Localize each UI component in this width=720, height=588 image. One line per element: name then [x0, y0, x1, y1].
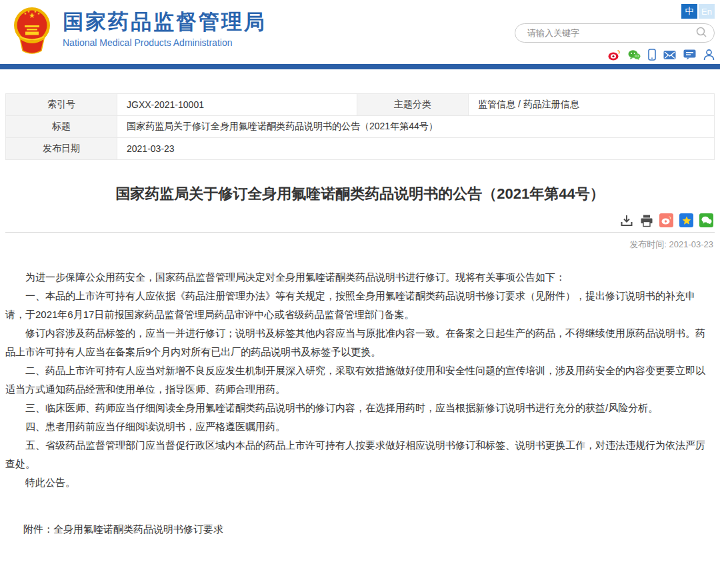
social-icon-row	[515, 49, 715, 61]
index-number-value: JGXX-2021-10001	[117, 94, 357, 116]
topic-category-label: 主题分类	[357, 94, 469, 116]
user-icon[interactable]	[703, 49, 715, 61]
attachment-link[interactable]: 附件：全身用氟喹诺酮类药品说明书修订要求	[5, 520, 715, 539]
page-title: 国家药监局关于修订全身用氟喹诺酮类药品说明书的公告（2021年第44号）	[27, 184, 693, 204]
paragraph: 为进一步保障公众用药安全，国家药品监督管理局决定对全身用氟喹诺酮类药品说明书进行…	[5, 268, 715, 287]
title-label: 标题	[6, 116, 117, 138]
search-input[interactable]	[526, 27, 695, 39]
paragraph: 二、药品上市许可持有人应当对新增不良反应发生机制开展深入研究，采取有效措施做好使…	[5, 361, 715, 399]
article-toolbar	[0, 213, 720, 227]
svg-text:★: ★	[27, 9, 31, 13]
lang-zh-button[interactable]: 中	[681, 4, 697, 19]
header-divider-bar	[0, 64, 720, 69]
search-icon[interactable]	[695, 26, 707, 41]
paragraph: 特此公告。	[5, 473, 715, 492]
paragraph: 一、本品的上市许可持有人应依据《药品注册管理办法》等有关规定，按照全身用氟喹诺酮…	[5, 287, 715, 324]
publish-date-label: 发布日期	[6, 138, 117, 160]
download-icon[interactable]	[619, 213, 633, 227]
paragraph: 四、患者用药前应当仔细阅读说明书，应严格遵医嘱用药。	[5, 417, 715, 436]
table-row: 发布日期 2021-03-23	[6, 138, 715, 160]
weibo-icon[interactable]	[608, 49, 621, 61]
lang-en-button[interactable]: En	[699, 4, 715, 19]
site-title-zh: 国家药品监督管理局	[63, 9, 267, 35]
title-value: 国家药监局关于修订全身用氟喹诺酮类药品说明书的公告（2021年第44号）	[117, 116, 715, 138]
paragraph: 三、临床医师、药师应当仔细阅读全身用氟喹诺酮类药品说明书的修订内容，在选择用药时…	[5, 399, 715, 417]
mobile-icon[interactable]	[648, 49, 656, 61]
print-icon[interactable]	[639, 213, 653, 227]
article-body: 为进一步保障公众用药安全，国家药品监督管理局决定对全身用氟喹诺酮类药品说明书进行…	[5, 268, 715, 588]
message-icon[interactable]	[683, 49, 696, 60]
national-emblem-logo: ★ ★ ★ ★ ★	[11, 7, 53, 56]
publish-time-value: 2021-03-23	[669, 239, 714, 249]
publish-time: 发布时间: 2021-03-23	[7, 239, 713, 251]
site-search[interactable]	[515, 23, 715, 43]
publish-date-value: 2021-03-23	[117, 138, 715, 160]
wechat-icon[interactable]	[628, 49, 641, 61]
paragraph: 修订内容涉及药品标签的，应当一并进行修订；说明书及标签其他内容应当与原批准内容一…	[5, 324, 715, 361]
document-info-table: 索引号 JGXX-2021-10001 主题分类 监管信息 / 药品注册信息 标…	[5, 93, 715, 160]
topic-category-value: 监管信息 / 药品注册信息	[469, 94, 715, 116]
language-toggle: 中 En	[515, 4, 715, 19]
paragraph: 五、省级药品监督管理部门应当督促行政区域内本品的药品上市许可持有人按要求做好相应…	[5, 436, 715, 473]
table-row: 标题 国家药监局关于修订全身用氟喹诺酮类药品说明书的公告（2021年第44号）	[6, 116, 715, 138]
table-row: 索引号 JGXX-2021-10001 主题分类 监管信息 / 药品注册信息	[6, 94, 715, 116]
svg-text:★: ★	[37, 11, 41, 15]
email-icon[interactable]	[663, 50, 676, 60]
favorite-icon[interactable]	[679, 213, 693, 227]
site-title-en: National Medical Products Administration	[63, 37, 267, 48]
site-header: ★ ★ ★ ★ ★ 国家药品监督管理局 National Medical Pro…	[0, 0, 720, 64]
publish-time-label: 发布时间:	[629, 239, 667, 249]
wechat-share-icon[interactable]	[699, 213, 713, 227]
index-number-label: 索引号	[6, 94, 117, 116]
title-divider	[5, 232, 715, 233]
weibo-share-icon[interactable]	[659, 213, 673, 227]
